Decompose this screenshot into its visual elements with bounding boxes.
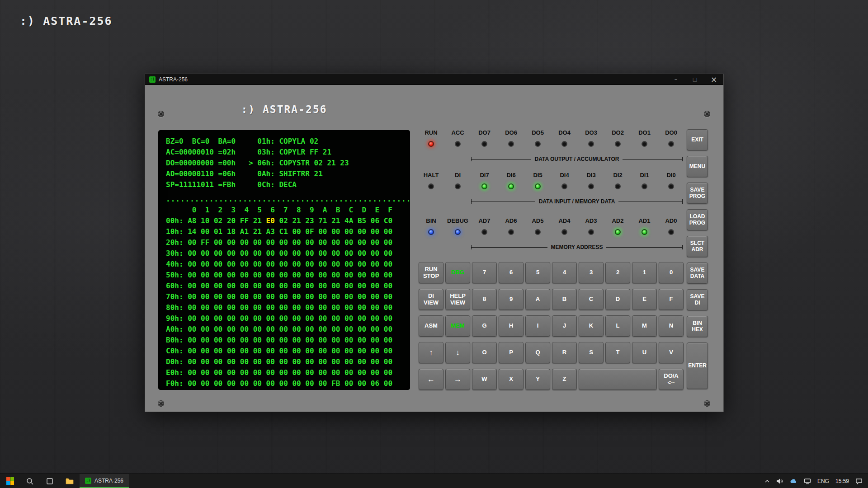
led-label-do4: DO4 (552, 129, 577, 136)
key-left-arrow[interactable]: ← (419, 369, 443, 390)
side-button-exit[interactable]: EXIT (687, 129, 708, 150)
key-j[interactable]: J (552, 315, 577, 337)
register-line: AC=00000010 =02h 03h: COPYLR FF 21 (166, 147, 410, 158)
led-label-di6: DI6 (499, 172, 524, 179)
side-button-save-prog[interactable]: SAVE PROG (687, 183, 708, 204)
led-ad0 (668, 229, 674, 235)
memory-row: 00h: A8 10 02 20 FF 21 E0 02 21 23 71 21… (166, 216, 410, 226)
led-label-do5: DO5 (525, 129, 550, 136)
taskbar-app-astra-256[interactable]: :) ASTRA-256 (80, 474, 129, 488)
cloud-button[interactable] (787, 474, 801, 488)
key-h[interactable]: H (499, 315, 524, 337)
led-do0 (668, 141, 674, 147)
tray-overflow-button[interactable] (761, 474, 773, 488)
key-1[interactable]: 1 (632, 262, 657, 283)
key-run-stop[interactable]: RUN STOP (419, 262, 443, 283)
key-6[interactable]: 6 (499, 262, 524, 283)
key-i[interactable]: I (525, 315, 550, 337)
led-group-1: HALTDIDI7DI6DI5DI4DI3DI2DI1DI0DATA INPUT… (419, 172, 684, 190)
side-button-save-di[interactable]: SAVE DI (687, 289, 708, 310)
key-q[interactable]: Q (525, 342, 550, 363)
led-run (428, 141, 434, 147)
minimize-button[interactable]: – (666, 74, 685, 85)
side-button-load-prog[interactable]: LOAD PROG (687, 209, 708, 230)
key-k[interactable]: K (579, 315, 604, 337)
clock[interactable]: 15:59 (832, 474, 852, 488)
led-ad6 (508, 229, 514, 235)
key-p[interactable]: P (499, 342, 524, 363)
led-di1 (642, 183, 647, 189)
task-view-button[interactable] (40, 474, 60, 488)
side-button-bin-hex[interactable]: BIN HEX (687, 316, 708, 337)
key-d[interactable]: D (605, 289, 630, 310)
key-dbg[interactable]: DBG (445, 262, 470, 283)
key-7[interactable]: 7 (472, 262, 497, 283)
search-button[interactable] (20, 474, 40, 488)
led-label-di7: DI7 (472, 172, 497, 179)
key-z[interactable]: Z (552, 369, 577, 390)
key-m[interactable]: M (632, 315, 657, 337)
key-help-view[interactable]: HELP VIEW (445, 289, 470, 310)
titlebar[interactable]: :) ASTRA-256 – □ × (145, 74, 723, 85)
key-right-arrow[interactable]: → (445, 369, 470, 390)
key-o[interactable]: O (472, 342, 497, 363)
key-5[interactable]: 5 (525, 262, 550, 283)
key-f[interactable]: F (659, 289, 684, 310)
desktop-logo: :) ASTRA-256 (20, 14, 113, 28)
key-n[interactable]: N (659, 315, 684, 337)
key-4[interactable]: 4 (552, 262, 577, 283)
key-u[interactable]: U (632, 342, 657, 363)
led-label-di3: DI3 (579, 172, 604, 179)
volume-button[interactable] (773, 474, 787, 488)
side-button-enter[interactable]: ENTER (687, 343, 708, 389)
key-b[interactable]: B (552, 289, 577, 310)
key-s[interactable]: S (579, 342, 604, 363)
maximize-button[interactable]: □ (685, 74, 704, 85)
close-button[interactable]: × (704, 74, 723, 85)
action-center-button[interactable] (852, 474, 866, 488)
key-a[interactable]: A (525, 289, 550, 310)
key-v[interactable]: V (659, 342, 684, 363)
key-2[interactable]: 2 (605, 262, 630, 283)
memory-row: 40h: 00 00 00 00 00 00 00 00 00 00 00 00… (166, 259, 410, 270)
memory-row: 50h: 00 00 00 00 00 00 00 00 00 00 00 00… (166, 270, 410, 281)
key-9[interactable]: 9 (499, 289, 524, 310)
key-do-a[interactable]: DO/A <-- (659, 369, 684, 390)
memory-row: D0h: 00 00 00 00 00 00 00 00 00 00 00 00… (166, 357, 410, 367)
app-icon-glyph: :) (150, 77, 155, 81)
key-di-view[interactable]: DI VIEW (419, 289, 443, 310)
screw-icon (704, 400, 710, 407)
key-x[interactable]: X (499, 369, 524, 390)
key-asm[interactable]: ASM (419, 315, 443, 337)
led-di6 (508, 183, 514, 189)
network-button[interactable] (801, 474, 814, 488)
key-t[interactable]: T (605, 342, 630, 363)
key-w[interactable]: W (472, 369, 497, 390)
side-button-menu[interactable]: MENU (687, 156, 708, 177)
window-logo: :) ASTRA-256 (158, 103, 410, 115)
key-up-arrow[interactable]: ↑ (419, 342, 443, 363)
key-g[interactable]: G (472, 315, 497, 337)
screw-icon (158, 400, 164, 407)
key-y[interactable]: Y (525, 369, 550, 390)
key-0[interactable]: 0 (659, 262, 684, 283)
key-l[interactable]: L (605, 315, 630, 337)
file-explorer-button[interactable] (60, 474, 80, 488)
key-c[interactable]: C (579, 289, 604, 310)
key-3[interactable]: 3 (579, 262, 604, 283)
language-indicator[interactable]: ENG (814, 474, 832, 488)
side-button-save-data[interactable]: SAVE DATA (687, 263, 708, 284)
key-mem[interactable]: MEM (445, 315, 470, 337)
key-down-arrow[interactable]: ↓ (445, 342, 470, 363)
key-space[interactable] (579, 369, 657, 390)
led-ad1 (642, 229, 647, 235)
key-e[interactable]: E (632, 289, 657, 310)
side-button-slct-adr[interactable]: SLCT ADR (687, 236, 708, 257)
memory-row: 70h: 00 00 00 00 00 00 00 00 00 00 00 00… (166, 291, 410, 302)
start-button[interactable] (0, 474, 20, 488)
keypad: RUN STOPDBG76543210DI VIEWHELP VIEW89ABC… (419, 262, 684, 390)
key-8[interactable]: 8 (472, 289, 497, 310)
show-desktop-button[interactable] (866, 474, 868, 488)
key-r[interactable]: R (552, 342, 577, 363)
memory-row: 30h: 00 00 00 00 00 00 00 00 00 00 00 00… (166, 248, 410, 259)
